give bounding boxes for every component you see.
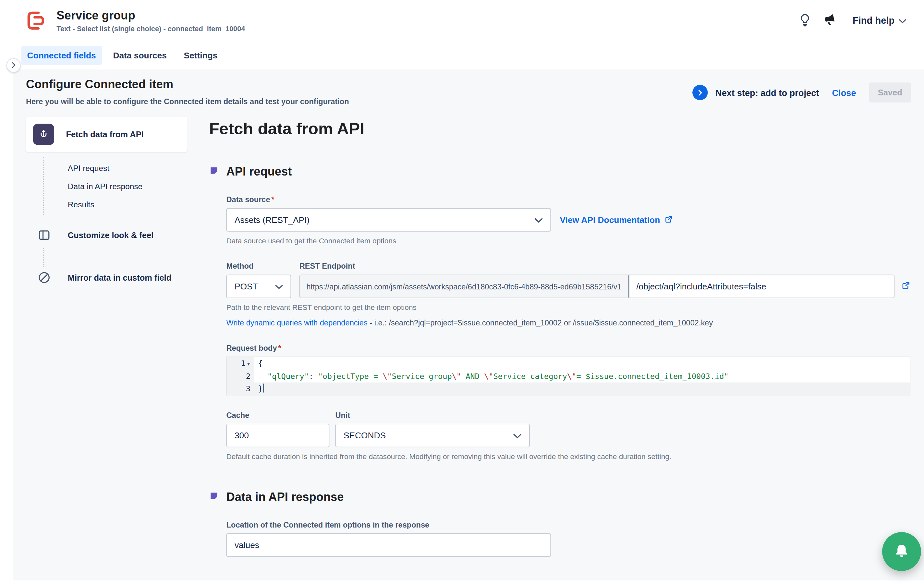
dynamic-queries-line: Write dynamic queries with dependencies … <box>226 318 911 327</box>
tab-settings[interactable]: Settings <box>178 46 223 65</box>
section-marker-icon <box>209 166 219 178</box>
code-line-2: 2 "qlQuery": "objectType = \"Service gro… <box>227 370 910 383</box>
next-step-label: Next step: add to project <box>715 87 819 98</box>
data-source-label: Data source* <box>226 195 911 204</box>
page-title-block: Service group Text - Select list (single… <box>56 8 245 33</box>
api-request-section-body: Data source* Assets (REST_API) View API … <box>209 195 911 461</box>
cache-label: Cache <box>226 411 329 419</box>
sidebar-expand-button[interactable] <box>7 58 21 73</box>
location-input[interactable] <box>226 533 551 557</box>
megaphone-icon <box>821 10 840 31</box>
find-help-label: Find help <box>853 15 894 26</box>
lightbulb-icon <box>797 12 812 29</box>
step-sub-list: API request Data in API response Results <box>26 159 188 214</box>
endpoint-help: Path to the relevant REST endpoint to ge… <box>226 304 911 312</box>
find-help-menu[interactable]: Find help <box>853 15 906 26</box>
step-fetch-label: Fetch data from API <box>66 130 144 139</box>
bell-icon <box>894 543 910 561</box>
chevron-down-icon <box>275 282 283 291</box>
close-button[interactable]: Close <box>832 87 856 98</box>
dynamic-queries-link[interactable]: Write dynamic queries with dependencies <box>226 318 367 327</box>
config-bar-titles: Configure Connected item Here you will b… <box>26 77 349 106</box>
step-fetch-data[interactable]: Fetch data from API <box>26 117 188 152</box>
step-connector <box>43 248 188 267</box>
step-mirror[interactable]: Mirror data in custom field <box>26 271 188 285</box>
required-asterisk: * <box>278 343 281 352</box>
notifications-fab[interactable] <box>882 532 921 571</box>
dynamic-queries-example: - i.e.: /search?jql=project=$issue.conne… <box>368 318 713 327</box>
fetch-icon <box>33 124 54 145</box>
request-body-editor[interactable]: 1▾ { 2 "qlQuery": "objectType = \"Servic… <box>226 356 910 396</box>
chevron-down-icon <box>513 431 521 440</box>
endpoint-column: REST Endpoint https://api.atlassian.com/… <box>299 262 911 298</box>
unit-select[interactable]: SECONDS <box>335 424 530 447</box>
layout-icon <box>37 228 51 243</box>
left-rail <box>0 41 13 584</box>
cache-column: Cache <box>226 411 329 447</box>
data-source-help: Data source used to get the Connected it… <box>226 237 911 245</box>
line-number-gutter: 3 <box>227 383 254 395</box>
endpoint-prefix: https://api.atlassian.com/jsm/assets/wor… <box>300 275 629 297</box>
unit-label: Unit <box>335 411 530 419</box>
chevron-right-icon <box>12 61 16 70</box>
main-title: Fetch data from API <box>209 119 911 139</box>
cache-unit-row: Cache Unit SECONDS <box>226 411 911 447</box>
external-link-icon <box>901 280 911 292</box>
tab-bar: Connected fields Data sources Settings <box>13 41 924 69</box>
config-bar: Configure Connected item Here you will b… <box>13 69 924 106</box>
method-endpoint-row: Method POST REST Endpoint <box>226 262 911 298</box>
method-label: Method <box>226 262 291 270</box>
endpoint-line: https://api.atlassian.com/jsm/assets/wor… <box>299 274 911 298</box>
config-title: Configure Connected item <box>26 77 349 92</box>
code-content: { <box>254 357 910 370</box>
config-subtitle: Here you will be able to configure the C… <box>26 97 349 106</box>
endpoint-value: /object/aql?includeAttributes=false <box>629 282 773 291</box>
data-source-row: Assets (REST_API) View API Documentation <box>226 208 911 232</box>
step-mirror-label: Mirror data in custom field <box>68 273 171 282</box>
app-window: Service group Text - Select list (single… <box>0 0 924 584</box>
open-endpoint-button[interactable] <box>901 280 911 292</box>
app-logo-icon <box>25 10 48 32</box>
location-label: Location of the Connected item options i… <box>226 520 911 529</box>
step-customize-label: Customize look & feel <box>68 230 153 240</box>
code-content: "qlQuery": "objectType = \"Service group… <box>254 370 910 383</box>
unit-value: SECONDS <box>343 431 386 440</box>
config-actions: Next step: add to project Close Saved <box>692 82 911 102</box>
data-source-select[interactable]: Assets (REST_API) <box>226 208 551 232</box>
content-area: Connected fields Data sources Settings C… <box>13 41 924 584</box>
fold-arrow-icon[interactable]: ▾ <box>247 360 251 368</box>
subnav-api-request[interactable]: API request <box>68 159 188 177</box>
app-header: Service group Text - Select list (single… <box>0 0 924 41</box>
mirror-slash-icon <box>37 271 51 285</box>
required-asterisk: * <box>271 195 274 204</box>
data-response-section-head: Data in API response <box>209 490 911 504</box>
code-line-1: 1▾ { <box>227 357 910 370</box>
line-number-gutter: 1▾ <box>227 357 254 370</box>
announcements-button[interactable] <box>822 12 840 29</box>
cache-input[interactable] <box>226 424 329 447</box>
page-title: Service group <box>56 8 245 22</box>
saved-button[interactable]: Saved <box>869 82 911 102</box>
data-response-section-body: Location of the Connected item options i… <box>209 520 911 557</box>
chevron-down-icon <box>535 215 543 224</box>
section-marker-icon <box>209 491 219 503</box>
chevron-down-icon <box>899 16 906 25</box>
view-api-documentation-link[interactable]: View API Documentation <box>559 214 673 226</box>
unit-column: Unit SECONDS <box>335 411 530 447</box>
wizard-nav: Fetch data from API API request Data in … <box>26 117 188 557</box>
tips-button[interactable] <box>796 12 814 29</box>
next-step-button[interactable]: Next step: add to project <box>692 85 819 100</box>
tab-data-sources[interactable]: Data sources <box>107 46 173 65</box>
cache-help: Default cache duration is inherited from… <box>226 453 911 461</box>
text-cursor <box>264 383 264 392</box>
subnav-data-in-response[interactable]: Data in API response <box>68 178 188 196</box>
method-select[interactable]: POST <box>226 274 291 298</box>
arrow-right-circle-icon <box>692 85 708 100</box>
line-number-gutter: 2 <box>227 370 254 383</box>
rest-endpoint-input[interactable]: https://api.atlassian.com/jsm/assets/wor… <box>299 274 894 298</box>
step-customize[interactable]: Customize look & feel <box>26 228 188 243</box>
subnav-results[interactable]: Results <box>68 196 188 214</box>
page-subtitle: Text - Select list (single choice) - con… <box>56 25 245 33</box>
tab-connected-fields[interactable]: Connected fields <box>21 46 102 65</box>
code-content: } <box>254 383 910 395</box>
